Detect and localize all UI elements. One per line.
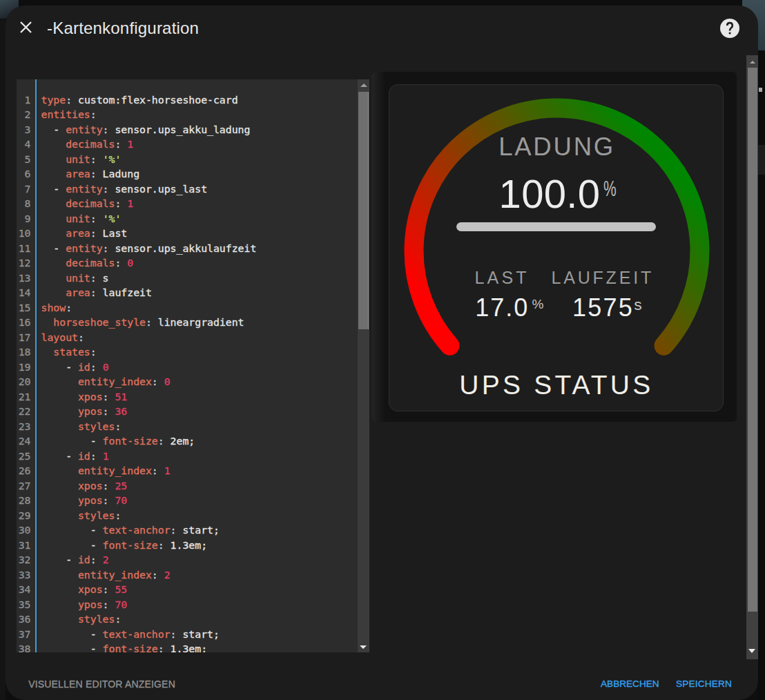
code-token-w: Ladung — [97, 168, 139, 179]
line-number: 36 — [17, 612, 31, 627]
code-text: xpos: 55 — [31, 582, 128, 597]
gauge-card-title: UPS STATUS — [459, 370, 653, 400]
code-token-k: font-size — [103, 643, 158, 652]
code-token-w: sensor.ups_akku_ladung — [109, 124, 251, 135]
code-token-num: 70 — [115, 599, 127, 610]
code-token-k: unit — [66, 272, 90, 284]
line-number: 4 — [17, 137, 31, 152]
dialog-scrollbar-thumb[interactable] — [748, 68, 757, 612]
code-line: 21 xpos: 51 — [17, 389, 358, 405]
backdrop-artifact-block — [758, 145, 765, 175]
code-token-w — [41, 405, 78, 417]
code-line: 13 unit: s — [17, 271, 358, 286]
code-token-p: : — [158, 539, 164, 551]
code-token-k: font-size — [103, 435, 158, 447]
code-token-w: - — [41, 524, 103, 536]
editor-scrollbar[interactable] — [358, 79, 369, 652]
dialog-scrollbar-down-icon[interactable] — [748, 649, 755, 653]
line-number: 15 — [17, 300, 31, 315]
backdrop-sidebar-strip — [0, 19, 6, 700]
code-token-w — [121, 197, 127, 209]
help-button[interactable] — [720, 19, 739, 38]
code-line: 6 area: Ladung — [17, 166, 358, 182]
code-token-w — [121, 257, 127, 269]
code-line: 10 area: Last — [17, 226, 358, 241]
close-button[interactable] — [20, 21, 45, 46]
code-text: type: custom:flex-horseshoe-card — [31, 93, 238, 108]
code-text: area: laufzeit — [31, 285, 152, 300]
dialog-scrollbar[interactable] — [746, 55, 758, 659]
backdrop-artifact-dash — [759, 88, 762, 92]
code-token-w — [97, 153, 103, 165]
code-token-str: '%' — [103, 213, 122, 224]
gauge-right-unit: s — [634, 296, 642, 313]
code-line: 5 unit: '%' — [17, 152, 358, 167]
code-token-w: - — [41, 361, 78, 373]
line-number: 34 — [17, 582, 31, 597]
code-line: 1type: custom:flex-horseshoe-card — [17, 93, 358, 108]
code-token-w — [97, 361, 103, 373]
editor-scrollbar-up-icon[interactable] — [360, 84, 367, 87]
gutter-accent-line — [35, 79, 37, 652]
code-line: 38 - font-size: 1.3em; — [17, 641, 358, 652]
code-text: ypos: 70 — [31, 597, 128, 612]
save-button[interactable]: SPEICHERN — [676, 679, 732, 689]
line-number: 38 — [17, 641, 31, 652]
code-token-w: start; — [177, 524, 220, 536]
code-token-k: text-anchor — [103, 524, 171, 536]
code-token-p: : — [152, 376, 158, 387]
yaml-code-editor[interactable]: 1type: custom:flex-horseshoe-card2entiti… — [17, 79, 369, 652]
line-number: 23 — [17, 419, 31, 434]
code-token-k: entity_index — [78, 465, 152, 476]
code-text: - font-size: 2em; — [31, 434, 195, 449]
code-token-p: : — [152, 569, 158, 581]
line-number: 7 — [17, 182, 31, 197]
code-text: area: Last — [31, 226, 128, 241]
code-token-w — [41, 494, 78, 506]
code-token-w: - — [41, 435, 103, 447]
line-number: 8 — [17, 196, 31, 211]
code-text: - id: 0 — [31, 360, 109, 375]
code-text: - font-size: 1.3em; — [31, 641, 208, 652]
code-token-p: : — [103, 124, 109, 135]
line-number: 17 — [17, 330, 31, 345]
code-token-w — [158, 465, 164, 476]
editor-scrollbar-down-icon[interactable] — [360, 645, 367, 649]
code-token-p: : — [90, 168, 97, 179]
code-token-w: lineargradient — [152, 316, 244, 328]
code-token-k: font-size — [103, 539, 158, 551]
dialog-scrollbar-up-icon[interactable] — [750, 61, 755, 64]
code-token-p: : — [90, 272, 97, 284]
code-token-p: : — [103, 480, 109, 492]
cancel-button[interactable]: ABBRECHEN — [601, 679, 659, 689]
line-number: 27 — [17, 478, 31, 494]
code-token-k: layout — [41, 331, 78, 343]
show-visual-editor-button[interactable]: VISUELLEN EDITOR ANZEIGEN — [28, 679, 175, 689]
code-text: styles: — [31, 508, 122, 523]
code-token-k: id — [78, 361, 90, 373]
code-token-num: 25 — [115, 480, 127, 492]
code-token-w: - — [41, 450, 78, 462]
editor-scrollbar-thumb[interactable] — [358, 92, 369, 329]
code-token-w — [41, 316, 54, 328]
line-number: 5 — [17, 152, 31, 167]
code-token-num: 0 — [164, 376, 171, 387]
code-text: - entity: sensor.ups_akku_ladung — [31, 122, 251, 137]
code-text: styles: — [31, 419, 122, 434]
code-line: 32 - id: 2 — [17, 552, 358, 567]
code-token-w: sensor.ups_last — [109, 183, 208, 195]
question-mark-icon — [720, 19, 739, 38]
gauge-left-value: 17.0 — [475, 293, 529, 322]
code-token-k: unit — [66, 213, 90, 224]
code-token-k: type — [41, 94, 66, 106]
code-token-w: - — [41, 643, 103, 652]
code-text: decimals: 1 — [31, 137, 134, 152]
gauge-main-value: 100.0 — [499, 171, 601, 216]
code-token-w: Last — [97, 227, 128, 239]
code-token-p: : — [171, 628, 177, 640]
code-token-w — [41, 272, 66, 284]
code-line: 35 ypos: 70 — [17, 597, 358, 612]
dialog-title: -Kartenkonfiguration — [47, 19, 199, 38]
code-token-w: start; — [177, 628, 220, 640]
line-number: 30 — [17, 523, 31, 538]
